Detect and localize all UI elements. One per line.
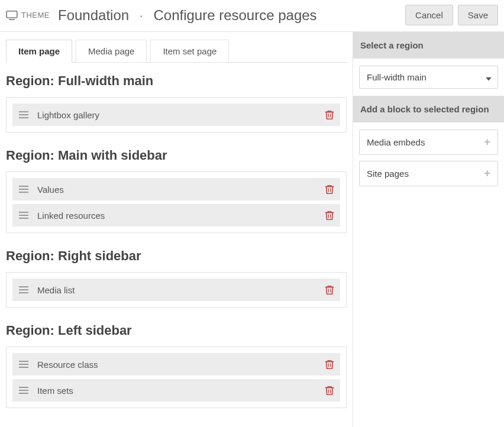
page-subtitle: Configure resource pages (153, 7, 316, 23)
drag-handle-icon[interactable] (18, 185, 29, 193)
trash-icon[interactable] (325, 184, 334, 195)
tab-item-set-page[interactable]: Item set page (150, 40, 229, 63)
theme-label: THEME (21, 11, 50, 20)
region-select[interactable]: Full-width main (359, 66, 498, 89)
region-title: Region: Full-width main (6, 73, 347, 89)
trash-icon[interactable] (325, 284, 334, 295)
block-row: Linked resources (12, 204, 340, 227)
region-title: Region: Left sidebar (6, 323, 347, 338)
plus-icon: + (484, 136, 490, 148)
block-list: Values Linked resources (6, 172, 347, 233)
available-block-media-embeds[interactable]: Media embeds + (359, 130, 498, 155)
block-label: Lightbox gallery (37, 110, 325, 120)
main-content: Item page Media page Item set page Regio… (0, 32, 353, 427)
caret-down-icon (486, 72, 492, 82)
select-region-heading: Select a region (353, 32, 504, 59)
region-left-sidebar: Region: Left sidebar Resource class Item (6, 323, 347, 408)
region-select-value: Full-width main (367, 72, 427, 82)
available-block-site-pages[interactable]: Site pages + (359, 161, 498, 186)
page-title: Foundation · Configure resource pages (58, 7, 400, 24)
region-title: Region: Main with sidebar (6, 148, 347, 163)
drag-handle-icon[interactable] (18, 111, 29, 119)
drag-handle-icon[interactable] (18, 286, 29, 294)
drag-handle-icon[interactable] (18, 386, 29, 394)
add-block-body: Media embeds + Site pages + (353, 122, 504, 199)
svg-rect-0 (7, 11, 17, 17)
title-separator: · (133, 7, 150, 23)
page-header: THEME Foundation · Configure resource pa… (0, 0, 504, 32)
trash-icon[interactable] (325, 359, 334, 370)
block-row: Item sets (12, 379, 340, 402)
monitor-icon (6, 11, 18, 20)
region-full-width-main: Region: Full-width main Lightbox gallery (6, 73, 347, 132)
trash-icon[interactable] (325, 210, 334, 221)
region-title: Region: Right sidebar (6, 248, 347, 264)
trash-icon[interactable] (325, 109, 334, 120)
block-row: Media list (12, 279, 340, 301)
cancel-button[interactable]: Cancel (405, 5, 453, 25)
drag-handle-icon[interactable] (18, 360, 29, 368)
tab-item-page[interactable]: Item page (6, 40, 72, 63)
tabs: Item page Media page Item set page (6, 39, 347, 63)
trash-icon[interactable] (325, 385, 334, 396)
block-label: Media list (37, 285, 325, 295)
block-list: Lightbox gallery (6, 97, 347, 132)
region-main-with-sidebar: Region: Main with sidebar Values Linked … (6, 148, 347, 233)
drag-handle-icon[interactable] (18, 211, 29, 219)
block-row: Values (12, 178, 340, 200)
select-region-body: Full-width main (353, 59, 504, 96)
block-row: Resource class (12, 353, 340, 376)
block-label: Values (37, 185, 325, 195)
block-list: Resource class Item sets (6, 347, 347, 408)
available-block-label: Site pages (367, 169, 484, 179)
block-label: Linked resources (37, 211, 325, 221)
block-list: Media list (6, 272, 347, 308)
available-block-label: Media embeds (367, 137, 484, 147)
block-row: Lightbox gallery (12, 103, 340, 126)
tab-media-page[interactable]: Media page (76, 40, 147, 63)
theme-name: Foundation (58, 7, 129, 23)
region-right-sidebar: Region: Right sidebar Media list (6, 248, 347, 308)
block-label: Item sets (37, 386, 325, 396)
plus-icon: + (484, 167, 490, 180)
block-label: Resource class (37, 360, 325, 370)
right-sidebar-panel: Select a region Full-width main Add a bl… (353, 32, 504, 427)
save-button[interactable]: Save (458, 5, 498, 25)
add-block-heading: Add a block to selected region (353, 96, 504, 122)
